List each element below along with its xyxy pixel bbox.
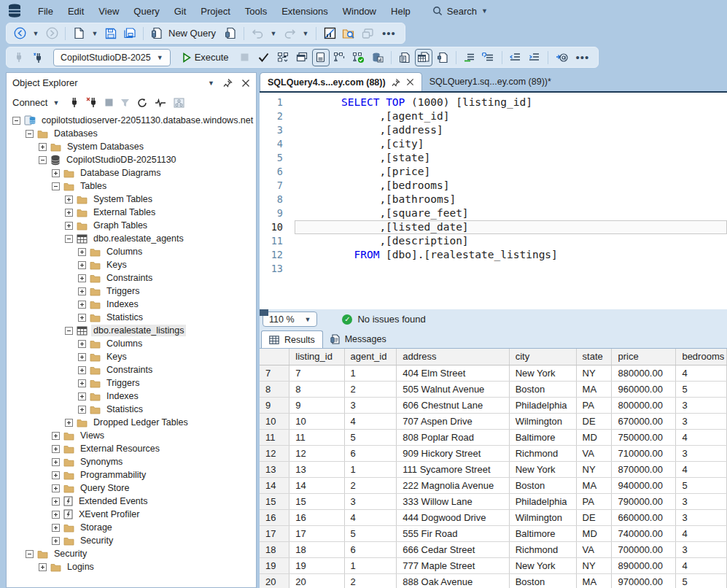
data-cell[interactable]: 5	[676, 477, 727, 493]
row-header-cell[interactable]: 19	[260, 557, 289, 573]
data-cell[interactable]: 890000.00	[612, 557, 676, 573]
editor-line[interactable]: 12 FROM [dbo].[realestate_listings]	[260, 248, 727, 262]
tab-sqlquery1[interactable]: SQLQuery1.sq...ey.com (89))*	[422, 72, 559, 91]
data-cell[interactable]: 505 Walnut Avenue	[397, 381, 509, 397]
expand-icon[interactable]	[52, 169, 60, 177]
data-cell[interactable]: 7	[289, 365, 344, 381]
editor-line[interactable]: 13	[260, 262, 727, 276]
tree-item[interactable]: Columns	[7, 245, 256, 258]
expand-icon[interactable]	[52, 445, 60, 453]
row-header-cell[interactable]: 17	[260, 525, 289, 541]
tree-item[interactable]: Tables	[7, 179, 256, 193]
data-cell[interactable]: Baltimore	[509, 525, 576, 541]
data-cell[interactable]: 970000.00	[612, 573, 676, 588]
tree-item[interactable]: Views	[7, 429, 256, 442]
results-to-grid-icon[interactable]	[415, 49, 432, 66]
menu-item-extensions[interactable]: Extensions	[274, 3, 335, 20]
data-cell[interactable]: 4	[676, 365, 727, 381]
data-cell[interactable]: MA	[576, 477, 612, 493]
data-cell[interactable]: 1	[344, 461, 397, 477]
tree-item[interactable]: Dropped Ledger Tables	[7, 416, 256, 429]
data-cell[interactable]: 940000.00	[612, 477, 676, 493]
undo-button[interactable]	[249, 25, 266, 42]
data-cell[interactable]: 710000.00	[612, 445, 676, 461]
row-header-cell[interactable]: 12	[260, 445, 289, 461]
diagram-icon[interactable]	[174, 98, 184, 108]
data-cell[interactable]: 3	[676, 445, 727, 461]
connect-icon[interactable]	[11, 49, 28, 66]
filter-icon[interactable]	[120, 98, 130, 107]
data-cell[interactable]: 3	[676, 413, 727, 429]
data-cell[interactable]: 790000.00	[612, 493, 676, 509]
menu-item-edit[interactable]: Edit	[61, 3, 91, 20]
data-cell[interactable]: 14	[289, 477, 344, 493]
data-cell[interactable]: 3	[676, 397, 727, 413]
data-cell[interactable]: Boston	[509, 381, 576, 397]
find-in-files-icon[interactable]	[340, 25, 357, 42]
activity-monitor-pulse-icon[interactable]	[155, 98, 166, 107]
tree-item[interactable]: XEvent Profiler	[7, 508, 256, 521]
expand-icon[interactable]	[52, 524, 60, 532]
execute-button[interactable]: Execute	[176, 49, 235, 66]
tree-item[interactable]: Security	[7, 547, 256, 560]
data-cell[interactable]: 777 Maple Street	[397, 557, 509, 573]
expand-icon[interactable]	[65, 419, 73, 427]
expand-icon[interactable]	[78, 366, 86, 374]
data-cell[interactable]: 666 Cedar Street	[397, 541, 509, 557]
data-cell[interactable]: MD	[576, 429, 612, 445]
template-parameters-icon[interactable]	[553, 49, 570, 66]
data-cell[interactable]: Richmond	[509, 541, 576, 557]
data-cell[interactable]: 4	[676, 461, 727, 477]
row-header-cell[interactable]: 20	[260, 573, 289, 588]
editor-line[interactable]: 10 ,[listed_date]	[260, 220, 727, 234]
data-cell[interactable]: 909 Hickory Street	[397, 445, 509, 461]
data-cell[interactable]: 555 Fir Road	[397, 525, 509, 541]
save-all-button[interactable]	[121, 25, 139, 42]
menu-item-window[interactable]: Window	[335, 3, 384, 20]
pin-icon[interactable]	[223, 78, 233, 88]
expand-icon[interactable]	[39, 143, 47, 151]
tree-item[interactable]: External Tables	[7, 206, 256, 219]
expand-icon[interactable]	[52, 458, 60, 466]
data-cell[interactable]: 1	[344, 365, 397, 381]
data-cell[interactable]: 660000.00	[612, 509, 676, 525]
sql-editor[interactable]: 1SELECT TOP (1000) [listing_id]2 ,[agent…	[260, 93, 727, 309]
row-header-cell[interactable]: 7	[260, 365, 289, 381]
data-cell[interactable]: 13	[289, 461, 344, 477]
data-cell[interactable]: DE	[576, 413, 612, 429]
tree-item[interactable]: dbo.realestate_listings	[7, 324, 256, 337]
data-cell[interactable]: PA	[576, 397, 612, 413]
data-cell[interactable]: 20	[289, 573, 344, 588]
column-header-city[interactable]: city	[509, 349, 576, 365]
tab-results[interactable]: Results	[261, 330, 323, 348]
data-cell[interactable]: Baltimore	[509, 429, 576, 445]
data-cell[interactable]: 4	[676, 429, 727, 445]
collapse-icon[interactable]	[39, 156, 47, 164]
expand-icon[interactable]	[52, 498, 60, 506]
tree-item[interactable]: Logins	[7, 560, 256, 573]
row-header-cell[interactable]: 18	[260, 541, 289, 557]
collapse-icon[interactable]	[52, 182, 60, 190]
collapse-icon[interactable]	[26, 550, 34, 558]
navigate-backward-history-icon[interactable]	[359, 25, 376, 42]
tab-sqlquery4[interactable]: SQLQuery4.s...ey.com (88))	[260, 72, 422, 91]
tree-item[interactable]: Query Store	[7, 481, 256, 495]
menu-item-project[interactable]: Project	[193, 3, 237, 20]
expand-icon[interactable]	[78, 379, 86, 387]
tree-item[interactable]: Keys	[7, 350, 256, 363]
expand-icon[interactable]	[78, 287, 86, 295]
data-cell[interactable]: 4	[676, 557, 727, 573]
data-cell[interactable]: 6	[344, 445, 397, 461]
close-icon[interactable]	[241, 79, 250, 88]
row-header-cell[interactable]: 8	[260, 381, 289, 397]
data-cell[interactable]: 10	[289, 413, 344, 429]
expand-icon[interactable]	[52, 484, 60, 492]
navigate-forward-button[interactable]	[43, 25, 61, 42]
expand-icon[interactable]	[78, 392, 86, 401]
data-cell[interactable]: 808 Poplar Road	[397, 429, 509, 445]
tree-item[interactable]: Statistics	[7, 403, 256, 416]
column-header-bedrooms[interactable]: bedrooms	[676, 349, 727, 365]
data-cell[interactable]: 333 Willow Lane	[397, 493, 509, 509]
data-cell[interactable]: 707 Aspen Drive	[397, 413, 509, 429]
data-cell[interactable]: 15	[289, 493, 344, 509]
